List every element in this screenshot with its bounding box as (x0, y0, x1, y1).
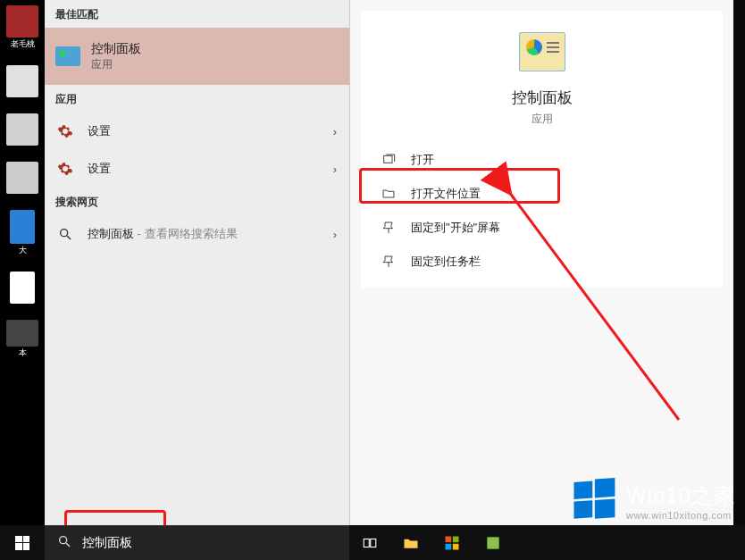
best-match-header: 最佳匹配 (45, 0, 349, 28)
app-icon[interactable] (473, 525, 514, 560)
result-title: 控制面板 (91, 41, 339, 57)
svg-point-0 (61, 230, 68, 237)
desktop-label: 大 (4, 246, 41, 255)
watermark-url: www.win10xitong.com (626, 510, 736, 521)
svg-line-1 (67, 236, 71, 239)
pin-icon (381, 220, 397, 236)
store-icon[interactable] (431, 525, 473, 560)
svg-rect-10 (364, 539, 369, 547)
desktop-strip: 老毛桃 大 本 (0, 0, 45, 525)
chevron-right-icon: › (333, 163, 337, 176)
svg-line-9 (66, 543, 70, 547)
desktop-icon[interactable] (4, 162, 41, 194)
action-pin-taskbar[interactable]: 固定到任务栏 (361, 245, 723, 279)
results-column: 最佳匹配 控制面板 应用 应用 设置 › 设置 › 搜索网页 控制面板 - 查看… (45, 0, 349, 525)
chevron-right-icon: › (333, 125, 337, 138)
svg-rect-16 (487, 537, 498, 548)
svg-rect-12 (446, 536, 452, 542)
action-label: 固定到任务栏 (411, 254, 481, 270)
svg-rect-2 (384, 155, 392, 163)
watermark-title: Win10之家 (626, 481, 736, 510)
app-item-settings-2[interactable]: 设置 › (45, 150, 349, 188)
detail-subtitle: 应用 (361, 112, 723, 127)
search-panel: 最佳匹配 控制面板 应用 应用 设置 › 设置 › 搜索网页 控制面板 - 查看… (45, 0, 733, 525)
action-label: 打开 (411, 152, 434, 168)
folder-icon (381, 186, 397, 202)
gear-icon (55, 121, 75, 141)
app-label: 设置 (88, 123, 339, 139)
detail-column: 控制面板 应用 打开 打开文件位置 固定到"开始"屏幕 固定到任务栏 (350, 0, 733, 525)
svg-point-8 (60, 537, 67, 544)
search-icon (57, 534, 71, 552)
desktop-icon[interactable] (4, 113, 41, 146)
app-label: 设置 (88, 161, 339, 177)
app-item-settings-1[interactable]: 设置 › (45, 113, 349, 150)
task-view-button[interactable] (349, 525, 390, 560)
chevron-right-icon: › (333, 228, 337, 241)
svg-rect-5 (595, 478, 615, 497)
search-icon (55, 224, 75, 244)
web-search-item[interactable]: 控制面板 - 查看网络搜索结果 › (45, 215, 349, 253)
web-header: 搜索网页 (45, 188, 349, 215)
result-subtitle: 应用 (91, 57, 339, 72)
svg-rect-7 (595, 498, 615, 518)
windows-logo-icon (571, 478, 617, 524)
watermark: Win10之家 www.win10xitong.com (571, 478, 736, 524)
svg-rect-6 (573, 500, 592, 519)
open-icon (381, 152, 397, 168)
svg-rect-11 (371, 539, 376, 547)
control-panel-icon (55, 46, 80, 66)
svg-rect-4 (573, 481, 592, 500)
detail-title: 控制面板 (361, 88, 723, 108)
control-panel-large-icon (519, 32, 565, 71)
taskbar (0, 525, 745, 560)
explorer-icon[interactable] (390, 525, 431, 560)
action-label: 打开文件位置 (411, 186, 481, 202)
desktop-icon[interactable]: 老毛桃 (4, 5, 41, 49)
pin-icon (381, 254, 397, 270)
desktop-label: 老毛桃 (4, 39, 41, 49)
taskbar-search-box[interactable] (45, 525, 349, 560)
desktop-label: 本 (4, 348, 41, 358)
svg-rect-14 (446, 543, 452, 549)
search-input[interactable] (82, 536, 337, 550)
best-match-result[interactable]: 控制面板 应用 (45, 28, 349, 85)
taskbar-icons (349, 525, 514, 560)
svg-rect-13 (453, 536, 459, 542)
start-button[interactable] (0, 525, 45, 560)
windows-icon (15, 536, 29, 550)
desktop-icon[interactable]: 大 (4, 210, 41, 255)
action-open-location[interactable]: 打开文件位置 (361, 177, 723, 211)
svg-rect-15 (453, 543, 459, 549)
action-pin-start[interactable]: 固定到"开始"屏幕 (361, 211, 723, 245)
detail-card: 控制面板 应用 打开 打开文件位置 固定到"开始"屏幕 固定到任务栏 (361, 11, 723, 288)
desktop-icon[interactable] (4, 65, 41, 97)
gear-icon (55, 159, 75, 179)
action-label: 固定到"开始"屏幕 (411, 220, 500, 236)
desktop-icon[interactable] (4, 272, 41, 304)
desktop-icon[interactable]: 本 (4, 320, 41, 358)
apps-header: 应用 (45, 85, 349, 113)
web-label: 控制面板 - 查看网络搜索结果 (88, 226, 339, 242)
action-open[interactable]: 打开 (361, 143, 723, 177)
